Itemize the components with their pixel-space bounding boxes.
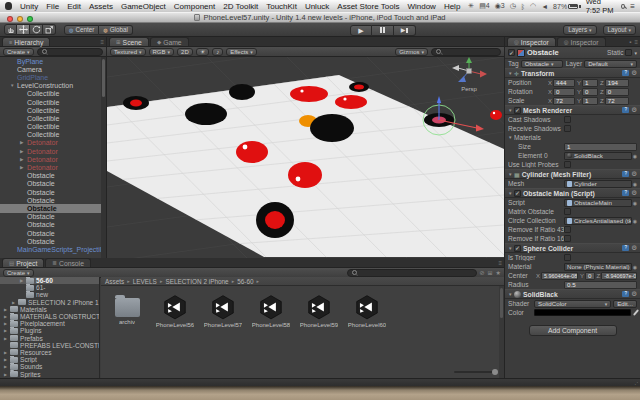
receive-shadows-checkbox[interactable] [564, 125, 571, 132]
gear-icon[interactable]: ⚙ [631, 171, 637, 178]
hierarchy-item[interactable]: Obstacle [0, 213, 101, 221]
asset-item[interactable]: PhoneLevel56 [155, 294, 195, 366]
gizmo-persp-label[interactable]: Persp [461, 86, 477, 92]
tag-dropdown[interactable]: Obstacle▾ [521, 60, 563, 68]
menu-item[interactable]: Unity [20, 2, 38, 11]
hierarchy-create-dropdown[interactable]: Create▾ [3, 48, 34, 56]
center-z-field[interactable]: -8.940697e-0 [601, 272, 637, 280]
foldout-icon[interactable]: ▶ [20, 165, 27, 170]
lock-icon[interactable]: ▪ [629, 39, 631, 45]
menu-item[interactable]: Asset Store Tools [337, 2, 399, 11]
hierarchy-item[interactable]: Collectible [0, 123, 101, 131]
gear-icon[interactable]: ⚙ [631, 291, 637, 298]
move-tool-button[interactable] [17, 24, 30, 35]
object-picker-icon[interactable]: ◉ [633, 200, 637, 206]
y-field[interactable]: 1 [582, 97, 598, 105]
center-y-field[interactable]: 0 [585, 272, 595, 280]
object-picker-icon[interactable]: ◉ [633, 218, 637, 224]
script-header[interactable]: ▼ ✓ Obstacle Main (Script) ?⚙ [505, 188, 640, 198]
gear-icon[interactable]: ⚙ [631, 245, 637, 252]
folder-tree-item[interactable]: ▶ Pixelplacement [0, 320, 99, 327]
folder-tree-item[interactable]: 61- [0, 284, 99, 291]
folder-tree-item[interactable]: ▶ Prefabs [0, 335, 99, 342]
play-button[interactable]: ▶ [350, 25, 372, 36]
hierarchy-item[interactable]: Collectible [0, 98, 101, 106]
menu-item[interactable]: Window [407, 2, 435, 11]
step-button[interactable]: ▶ [394, 25, 416, 36]
static-dropdown-icon[interactable]: ▾ [634, 50, 637, 56]
tab-hierarchy[interactable]: ≡Hierarchy [2, 37, 50, 46]
menu-item[interactable]: TouchKit [266, 2, 297, 11]
favorites-icon[interactable]: ★ [496, 269, 501, 276]
foldout-icon[interactable]: ▼ [10, 83, 17, 88]
is-trigger-checkbox[interactable] [564, 254, 571, 261]
tab-console[interactable]: ≣Console [45, 258, 91, 267]
breadcrumb-item[interactable]: LEVELS [133, 278, 157, 285]
assets-scrollbar[interactable] [499, 286, 504, 378]
menu-item[interactable]: Help [444, 2, 460, 11]
tab-inspector-2[interactable]: ◎Inspector [557, 37, 606, 46]
volume-icon[interactable]: ◄ [541, 3, 548, 10]
space-toggle-button[interactable]: ◍Global [99, 25, 133, 35]
help-icon[interactable]: ? [622, 107, 629, 113]
asset-item[interactable]: PhoneLevel57 [203, 294, 243, 366]
obstacle-black-center[interactable] [310, 114, 354, 142]
help-icon[interactable]: ? [622, 245, 629, 251]
hierarchy-item[interactable]: Collectible [0, 131, 101, 139]
mesh-object-field[interactable]: Cylinder [564, 180, 632, 188]
close-button[interactable] [7, 16, 13, 22]
script-object-field[interactable]: ObstacleMain [564, 199, 632, 207]
material-header[interactable]: ▼ SolidBlack ?⚙ [505, 289, 640, 299]
foldout-icon[interactable]: ▶ [20, 140, 27, 145]
search-by-type-icon[interactable]: ⊘ [480, 269, 485, 276]
hierarchy-item[interactable]: Obstacle [0, 172, 101, 180]
help-icon[interactable]: ? [622, 70, 629, 76]
tab-project[interactable]: ▤Project [2, 258, 44, 267]
hierarchy-item[interactable]: ▶ Detonator [0, 147, 101, 155]
collectible-red-mid[interactable] [335, 95, 367, 109]
menu-item[interactable]: Component [174, 2, 215, 11]
menu-item[interactable]: GameObject [121, 2, 166, 11]
hierarchy-scrollbar[interactable] [101, 57, 106, 258]
window-manager-icon[interactable]: ▤4 [479, 2, 490, 10]
collectible-red-sphere-mid[interactable] [288, 162, 322, 188]
thumbnail-size-slider[interactable] [454, 369, 498, 375]
scene-lighting-toggle[interactable]: ☀ [196, 48, 209, 56]
folder-tree-item[interactable]: ▶ Plugins [0, 327, 99, 334]
y-field[interactable]: 0 [582, 88, 598, 96]
mesh-filter-header[interactable]: ▼ ▦ Cylinder (Mesh Filter) ?⚙ [505, 169, 640, 179]
effects-dropdown[interactable]: Effects▾ [226, 48, 257, 56]
scene-canvas[interactable]: Persp [107, 57, 504, 258]
hierarchy-item[interactable]: Obstacle [0, 196, 101, 204]
add-component-button[interactable]: Add Component [529, 325, 617, 336]
hierarchy-item[interactable]: Collectible [0, 114, 101, 122]
hand-tool-button[interactable] [4, 24, 17, 35]
hierarchy-item[interactable]: Collectible [0, 90, 101, 98]
panel-menu-icon[interactable]: ≡ [498, 260, 502, 266]
cast-shadows-checkbox[interactable] [564, 116, 571, 123]
hierarchy-item[interactable]: Obstacle [0, 237, 101, 245]
hierarchy-item[interactable]: Camera [0, 65, 101, 73]
asset-item[interactable]: PhoneLevel60 [347, 294, 387, 366]
layer-dropdown[interactable]: Default▾ [584, 60, 637, 68]
obstacle-target-bottom[interactable] [256, 202, 294, 238]
hierarchy-item[interactable]: GridPlane [0, 73, 101, 81]
pivot-toggle-button[interactable]: ◎Center [64, 25, 99, 35]
folder-tree-item[interactable]: new [0, 291, 99, 298]
apple-menu-icon[interactable] [5, 2, 12, 10]
foldout-icon[interactable]: ▶ [20, 157, 27, 162]
menu-item[interactable]: Edit [67, 2, 81, 11]
panel-menu-icon[interactable]: ≡ [100, 39, 104, 45]
object-picker-icon[interactable]: ◉ [633, 153, 637, 159]
breadcrumb-item[interactable]: 56-60 [237, 278, 253, 285]
shader-dropdown[interactable]: SolidColor▾ [534, 300, 611, 308]
x-field[interactable]: 444 [553, 79, 575, 87]
pause-button[interactable] [372, 25, 394, 36]
collectible-red-small-right[interactable] [490, 110, 502, 120]
folder-tree-item[interactable]: ▶ Materials [0, 306, 99, 313]
folder-tree-item[interactable]: ▶ Sounds [0, 363, 99, 370]
menu-clock[interactable]: Wed 7:52 PM [586, 0, 617, 15]
remove-ratio-169-checkbox[interactable] [564, 235, 571, 242]
notification-center-icon[interactable]: ≡ [630, 2, 635, 11]
search-by-label-icon[interactable]: ⊞ [488, 269, 493, 276]
